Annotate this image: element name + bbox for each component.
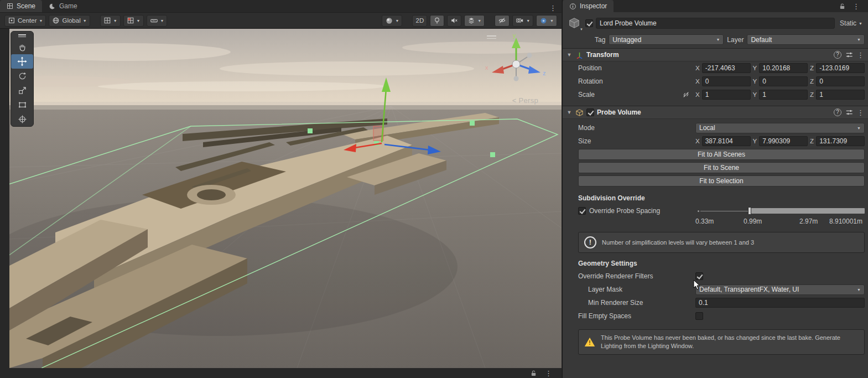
static-dropdown[interactable]: Static ▼ <box>838 19 865 27</box>
gizmo-neg-y-handle[interactable] <box>514 76 519 81</box>
tag-value: Untagged <box>612 36 641 44</box>
grid-visibility-dropdown[interactable]: ▼ <box>100 15 121 27</box>
axis-y-label: Y <box>753 65 757 71</box>
tab-game[interactable]: Game <box>42 0 84 12</box>
scene-3d-viewport[interactable]: y x z < Persp <box>9 29 562 368</box>
size-y-field[interactable]: 7.990309 <box>759 136 808 146</box>
tool-rect[interactable] <box>11 97 33 112</box>
scale-label-text: Scale <box>578 91 595 99</box>
tab-scene[interactable]: Scene <box>0 0 42 12</box>
probe-spacing-minmax-slider[interactable] <box>698 206 865 216</box>
size-label[interactable]: Size <box>578 137 695 145</box>
fit-to-selection-button[interactable]: Fit to Selection <box>578 175 865 187</box>
size-x-field[interactable]: 387.8104 <box>702 136 751 146</box>
position-z-field[interactable]: -123.0169 <box>816 63 865 73</box>
transform-header[interactable]: ▼ Transform ? ⋮ <box>563 48 868 61</box>
rotation-z-field[interactable]: 0 <box>816 76 865 86</box>
viewport-menu-icon[interactable]: ⋮ <box>540 369 557 377</box>
viewport-bottombar: ⋮ <box>0 368 562 378</box>
scale-label[interactable]: Scale <box>578 91 695 99</box>
transform-presets-icon[interactable] <box>845 51 853 59</box>
tools-overlay-handle-icon[interactable] <box>11 32 33 40</box>
position-x-field[interactable]: -217.4063 <box>702 63 751 73</box>
cube-icon <box>568 17 581 30</box>
layer-dropdown[interactable]: Default ▼ <box>747 34 865 45</box>
transform-help-icon[interactable]: ? <box>834 51 841 59</box>
override-renderer-filters-label[interactable]: Override Renderer Filters <box>578 272 695 280</box>
scale-y-field[interactable]: 1 <box>759 90 808 100</box>
effects-dropdown[interactable]: ▼ <box>464 15 485 27</box>
grid-snap-icon <box>127 17 134 24</box>
size-row: Size X 387.8104 Y 7.990309 Z 131.7309 <box>563 136 865 147</box>
2d-toggle[interactable]: 2D <box>412 15 427 27</box>
camera-settings-dropdown[interactable]: ▼ <box>512 15 533 27</box>
scene-visibility-toggle[interactable] <box>495 15 510 27</box>
tag-layer-row: Tag Untagged ▼ Layer Default ▼ <box>563 33 868 48</box>
fill-empty-spaces-label[interactable]: Fill Empty Spaces <box>578 312 695 320</box>
gizmo-center-handle[interactable] <box>512 60 520 68</box>
tool-transform[interactable] <box>11 112 33 126</box>
lock-icon[interactable] <box>530 370 537 377</box>
probe-volume-icon <box>575 108 584 117</box>
probe-volume-help-icon[interactable]: ? <box>834 108 841 116</box>
scene-audio-toggle[interactable] <box>447 15 461 27</box>
scale-link-icon[interactable] <box>682 91 690 99</box>
tool-rotate[interactable] <box>11 69 33 83</box>
scale-z-field[interactable]: 1 <box>816 90 865 100</box>
projection-mode-label[interactable]: < Persp <box>512 96 538 105</box>
tab-inspector[interactable]: Inspector <box>563 0 614 12</box>
gameobject-icon-button[interactable]: ▼ <box>566 15 583 32</box>
probe-volume-menu-icon[interactable]: ⋮ <box>857 108 865 117</box>
probe-volume-presets-icon[interactable] <box>845 108 853 116</box>
scene-pane-menu-icon[interactable]: ⋮ <box>545 4 562 12</box>
min-renderer-size-label[interactable]: Min Renderer Size <box>588 299 695 307</box>
transform-menu-icon[interactable]: ⋮ <box>857 51 865 59</box>
rotation-label[interactable]: Rotation <box>578 77 695 85</box>
tool-scale[interactable] <box>11 83 33 97</box>
grid-snap-dropdown[interactable]: ▼ <box>123 15 144 27</box>
orientation-gizmo[interactable]: y x z <box>484 32 548 94</box>
rotation-y-field[interactable]: 0 <box>759 76 808 86</box>
mode-dropdown[interactable]: Local ▼ <box>695 123 865 133</box>
orientation-dropdown[interactable]: Global ▼ <box>49 15 90 27</box>
rotate-icon <box>18 71 27 81</box>
draw-mode-dropdown[interactable]: ▼ <box>382 15 403 27</box>
tool-move[interactable] <box>11 54 33 69</box>
gizmos-dropdown[interactable]: ▼ <box>536 15 557 27</box>
inspector-lock-icon[interactable] <box>839 3 846 10</box>
position-label[interactable]: Position <box>578 64 695 72</box>
scale-x-field[interactable]: 1 <box>702 90 751 100</box>
spacing-slider-handle[interactable] <box>748 207 751 215</box>
position-y-field[interactable]: 10.20168 <box>759 63 808 73</box>
pivot-mode-dropdown[interactable]: Center ▼ <box>4 15 46 27</box>
gizmo-z-cone[interactable] <box>528 66 540 74</box>
min-renderer-size-field[interactable]: 0.1 <box>695 298 865 308</box>
tag-dropdown[interactable]: Untagged ▼ <box>609 34 724 45</box>
transform-foldout-icon[interactable]: ▼ <box>566 52 573 58</box>
gizmo-neg-axis-handle[interactable] <box>527 53 532 58</box>
override-probe-spacing-checkbox[interactable] <box>578 207 586 215</box>
layer-mask-label[interactable]: Layer Mask <box>588 286 695 293</box>
probe-volume-header[interactable]: ▼ Probe Volume ? ⋮ <box>563 106 868 119</box>
rotation-x-field[interactable]: 0 <box>702 76 751 86</box>
override-renderer-filters-checkbox[interactable] <box>695 272 703 280</box>
fill-empty-spaces-checkbox[interactable] <box>695 312 703 320</box>
fit-to-all-scenes-button[interactable]: Fit to All Scenes <box>578 149 865 160</box>
gameobject-header: ▼ Lord Probe Volume Static ▼ <box>563 12 868 33</box>
inspector-menu-icon[interactable]: ⋮ <box>848 2 865 11</box>
mode-label[interactable]: Mode <box>578 124 695 132</box>
probe-volume-foldout-icon[interactable]: ▼ <box>566 110 573 115</box>
probe-volume-enabled-checkbox[interactable] <box>586 108 594 116</box>
gizmo-x-cone[interactable] <box>492 66 504 74</box>
gameobject-name-field[interactable]: Lord Probe Volume <box>596 18 835 29</box>
size-z-field[interactable]: 131.7309 <box>816 136 865 146</box>
gameobject-active-checkbox[interactable] <box>585 19 593 27</box>
scene-lighting-toggle[interactable] <box>430 15 444 27</box>
fit-to-scene-button[interactable]: Fit to Scene <box>578 162 865 173</box>
gizmo-z-label: z <box>543 70 546 76</box>
tool-hand[interactable] <box>11 40 33 54</box>
layer-mask-row: Layer Mask Default, TransparentFX, Water… <box>563 284 865 295</box>
gizmo-y-cone[interactable] <box>512 38 521 48</box>
snap-increment-dropdown[interactable]: ▼ <box>147 15 168 27</box>
layer-mask-dropdown[interactable]: Default, TransparentFX, Water, UI ▼ <box>695 284 865 295</box>
